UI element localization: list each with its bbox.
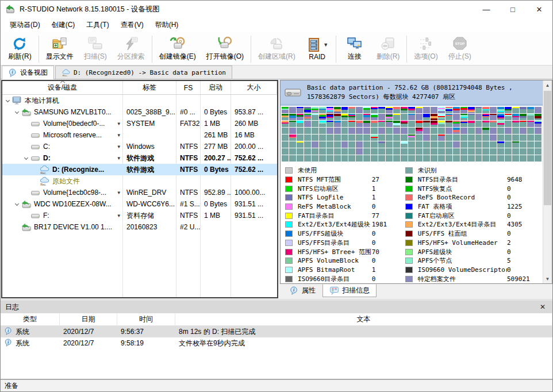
scan-block[interactable] bbox=[319, 141, 326, 148]
bottom-tab-1[interactable]: 扫描信息 bbox=[322, 284, 377, 297]
scan-block[interactable] bbox=[312, 107, 318, 113]
scan-block[interactable] bbox=[348, 141, 355, 148]
scan-block[interactable] bbox=[408, 121, 415, 127]
scan-block[interactable] bbox=[497, 141, 504, 148]
scan-block[interactable] bbox=[482, 107, 489, 113]
log-close-icon[interactable]: ✕ bbox=[537, 303, 548, 311]
scan-block[interactable] bbox=[416, 121, 423, 127]
scan-block[interactable] bbox=[490, 114, 497, 120]
tree-row-11[interactable]: BR17 DEVICE V1.00 1....20160823#2 U... bbox=[2, 221, 277, 233]
scan-block[interactable] bbox=[460, 107, 467, 113]
scan-block[interactable] bbox=[468, 134, 475, 141]
scan-block[interactable] bbox=[356, 155, 363, 162]
scan-block[interactable] bbox=[304, 148, 311, 155]
scan-block[interactable] bbox=[401, 121, 408, 127]
scan-block[interactable] bbox=[327, 134, 333, 141]
scan-block[interactable] bbox=[304, 114, 311, 120]
scan-block[interactable] bbox=[520, 107, 527, 113]
scan-block[interactable] bbox=[535, 141, 542, 148]
scan-block[interactable] bbox=[527, 121, 534, 127]
maximize-button[interactable]: □ bbox=[500, 1, 526, 18]
scan-block[interactable] bbox=[497, 107, 504, 113]
scan-block[interactable] bbox=[423, 114, 430, 120]
tree-row-8[interactable]: Volume{1ecb0c98-...▾WinRE_DRVNTFS952.89 … bbox=[2, 187, 277, 198]
scan-block[interactable] bbox=[505, 148, 512, 155]
scan-block[interactable] bbox=[482, 114, 489, 120]
scan-block[interactable] bbox=[527, 134, 534, 141]
scan-block[interactable] bbox=[341, 155, 348, 162]
scan-block[interactable] bbox=[497, 155, 504, 162]
scan-block[interactable] bbox=[386, 148, 393, 155]
scan-block[interactable] bbox=[416, 148, 423, 155]
scan-block[interactable] bbox=[468, 141, 475, 148]
scan-block[interactable] bbox=[512, 134, 519, 141]
tree-row-3[interactable]: Microsoft reserve...▾261 MB16 MB bbox=[2, 129, 277, 141]
scan-block[interactable] bbox=[423, 121, 430, 127]
scan-block[interactable] bbox=[341, 107, 348, 113]
log-header-3[interactable]: 文本 bbox=[175, 313, 552, 325]
log-header-2[interactable]: 时间 bbox=[117, 313, 175, 325]
scan-block[interactable] bbox=[535, 134, 542, 141]
scan-block[interactable] bbox=[482, 121, 489, 127]
scan-block[interactable] bbox=[371, 128, 378, 134]
scan-block[interactable] bbox=[423, 134, 430, 141]
scan-block[interactable] bbox=[520, 148, 527, 155]
scan-panel-scrollbar[interactable]: ▲ ▼ bbox=[543, 80, 552, 283]
scan-block[interactable] bbox=[431, 128, 437, 134]
scan-block[interactable] bbox=[282, 148, 289, 155]
row-dropdown-icon[interactable]: ▾ bbox=[117, 121, 121, 126]
scan-block[interactable] bbox=[312, 114, 318, 120]
scan-block[interactable] bbox=[386, 141, 393, 148]
menu-item-3[interactable]: 查看(V) bbox=[115, 18, 149, 32]
expander-icon[interactable] bbox=[4, 100, 11, 102]
tree-row-0[interactable]: 本地计算机 bbox=[2, 95, 277, 106]
scan-block[interactable] bbox=[348, 134, 355, 141]
scan-block[interactable] bbox=[535, 107, 542, 113]
scan-block[interactable] bbox=[416, 114, 423, 120]
scan-block[interactable] bbox=[431, 155, 437, 162]
scan-block[interactable] bbox=[505, 114, 512, 120]
expander-icon[interactable] bbox=[13, 112, 21, 113]
scan-block[interactable] bbox=[408, 141, 415, 148]
scan-block[interactable] bbox=[490, 128, 497, 134]
menu-item-0[interactable]: 驱动器(D) bbox=[4, 18, 46, 32]
scan-block[interactable] bbox=[453, 155, 460, 162]
scan-block[interactable] bbox=[475, 155, 482, 162]
scan-block[interactable] bbox=[341, 121, 348, 127]
scan-block[interactable] bbox=[378, 107, 385, 113]
scan-block[interactable] bbox=[327, 121, 333, 127]
scan-block[interactable] bbox=[341, 128, 348, 134]
tree-header-0[interactable]: 设备/磁盘 bbox=[2, 81, 123, 94]
toolbar-button-1[interactable]: 显示文件 bbox=[41, 33, 79, 65]
scan-block[interactable] bbox=[527, 128, 534, 134]
scan-block[interactable] bbox=[512, 155, 519, 162]
scan-block[interactable] bbox=[535, 155, 542, 162]
scan-block[interactable] bbox=[520, 114, 527, 120]
scan-block[interactable] bbox=[408, 148, 415, 155]
scan-block[interactable] bbox=[408, 155, 415, 162]
scan-block[interactable] bbox=[371, 141, 378, 148]
scan-block[interactable] bbox=[401, 107, 408, 113]
scan-block[interactable] bbox=[490, 141, 497, 148]
scan-block[interactable] bbox=[482, 128, 489, 134]
scan-block[interactable] bbox=[460, 148, 467, 155]
scan-block[interactable] bbox=[438, 141, 445, 148]
tree-row-5[interactable]: D:▾软件游戏NTFS200.27 ...752.62 ... bbox=[2, 152, 277, 164]
dropdown-arrow-icon[interactable]: ▼ bbox=[323, 42, 328, 48]
scan-block[interactable] bbox=[460, 128, 467, 134]
scan-block[interactable] bbox=[371, 155, 378, 162]
scan-block[interactable] bbox=[520, 128, 527, 134]
scan-block[interactable] bbox=[327, 128, 333, 134]
scan-block[interactable] bbox=[363, 141, 370, 148]
scan-block[interactable] bbox=[401, 155, 408, 162]
scan-block[interactable] bbox=[438, 114, 445, 120]
scan-block[interactable] bbox=[341, 134, 348, 141]
scan-block[interactable] bbox=[393, 121, 400, 127]
scan-block[interactable] bbox=[378, 134, 385, 141]
scan-block[interactable] bbox=[334, 121, 341, 127]
scan-block[interactable] bbox=[334, 107, 341, 113]
scan-block[interactable] bbox=[348, 114, 355, 120]
scan-block[interactable] bbox=[297, 128, 304, 134]
scan-block[interactable] bbox=[490, 134, 497, 141]
scan-block[interactable] bbox=[490, 107, 497, 113]
